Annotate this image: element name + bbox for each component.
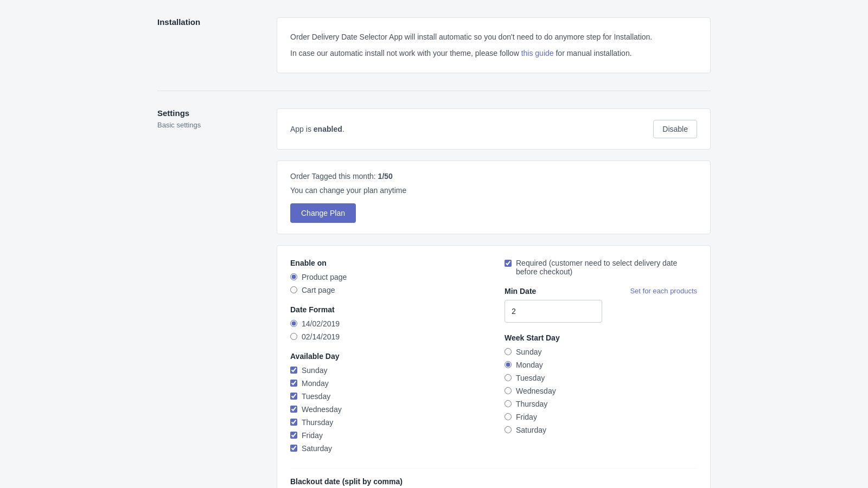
thursday-label: Thursday bbox=[302, 418, 333, 427]
week-friday-item[interactable]: Friday bbox=[505, 413, 697, 421]
friday-checkbox-item[interactable]: Friday bbox=[290, 431, 483, 440]
settings-cards-column: App is enabled. Disable Order Tagged thi… bbox=[277, 108, 711, 488]
disable-button[interactable]: Disable bbox=[653, 120, 697, 138]
date-format-label: Date Format bbox=[290, 305, 483, 314]
app-status-suffix: . bbox=[342, 125, 344, 133]
saturday-checkbox[interactable] bbox=[290, 445, 297, 452]
week-friday-radio[interactable] bbox=[505, 413, 512, 420]
wednesday-checkbox-item[interactable]: Wednesday bbox=[290, 405, 483, 414]
tuesday-checkbox[interactable] bbox=[290, 393, 297, 400]
cart-page-radio-item[interactable]: Cart page bbox=[290, 286, 483, 294]
settings-header-row: Settings Basic settings App is enabled. … bbox=[157, 108, 711, 488]
enable-on-group: Enable on Product page Cart page bbox=[290, 259, 483, 294]
week-sunday-item[interactable]: Sunday bbox=[505, 348, 697, 356]
min-date-label: Min Date bbox=[505, 287, 536, 296]
week-saturday-label: Saturday bbox=[516, 426, 546, 434]
installation-text-suffix: for manual installation. bbox=[554, 49, 632, 57]
installation-card-inner: Order Delivery Date Selector App will in… bbox=[277, 17, 711, 73]
change-plan-button[interactable]: Change Plan bbox=[290, 203, 356, 223]
sunday-checkbox-item[interactable]: Sunday bbox=[290, 366, 483, 375]
product-page-radio[interactable] bbox=[290, 273, 297, 280]
tuesday-checkbox-item[interactable]: Tuesday bbox=[290, 392, 483, 401]
sunday-checkbox[interactable] bbox=[290, 367, 297, 374]
cart-page-radio[interactable] bbox=[290, 286, 297, 293]
options-grid: Enable on Product page Cart page bbox=[290, 259, 697, 464]
basic-settings-link[interactable]: Basic settings bbox=[157, 121, 259, 129]
week-sunday-radio[interactable] bbox=[505, 348, 512, 355]
week-monday-label: Monday bbox=[516, 361, 543, 369]
installation-text-2: In case our automatic install not work w… bbox=[290, 47, 697, 59]
week-monday-radio[interactable] bbox=[505, 361, 512, 368]
monday-checkbox[interactable] bbox=[290, 380, 297, 387]
date-format-2-radio[interactable] bbox=[290, 333, 297, 340]
friday-checkbox[interactable] bbox=[290, 432, 297, 439]
required-checkbox[interactable] bbox=[505, 260, 512, 267]
blackout-date-label: Blackout date (split by comma) bbox=[290, 477, 697, 486]
required-checkbox-item[interactable]: Required (customer need to select delive… bbox=[505, 259, 697, 276]
date-format-1-item[interactable]: 14/02/2019 bbox=[290, 319, 483, 328]
installation-text-prefix: In case our automatic install not work w… bbox=[290, 49, 521, 57]
week-start-day-group: Week Start Day Sunday Monday bbox=[505, 333, 697, 434]
installation-text-1: Order Delivery Date Selector App will in… bbox=[290, 31, 697, 43]
week-friday-label: Friday bbox=[516, 413, 537, 421]
saturday-label: Saturday bbox=[302, 444, 332, 453]
week-monday-item[interactable]: Monday bbox=[505, 361, 697, 369]
week-wednesday-item[interactable]: Wednesday bbox=[505, 387, 697, 395]
app-status-text: App is enabled. bbox=[290, 125, 344, 133]
week-tuesday-radio[interactable] bbox=[505, 374, 512, 381]
week-sunday-label: Sunday bbox=[516, 348, 541, 356]
plan-change-text: You can change your plan anytime bbox=[290, 186, 697, 195]
installation-label-area: Installation bbox=[157, 17, 277, 30]
order-tagged-text: Order Tagged this month: 1/50 bbox=[290, 172, 697, 181]
settings-title: Settings bbox=[157, 108, 259, 118]
week-tuesday-label: Tuesday bbox=[516, 374, 545, 382]
date-format-1-radio[interactable] bbox=[290, 320, 297, 327]
min-date-group: Min Date Set for each products ▲ ▼ bbox=[505, 287, 697, 323]
date-format-2-item[interactable]: 02/14/2019 bbox=[290, 332, 483, 341]
friday-label: Friday bbox=[302, 431, 323, 440]
required-group: Required (customer need to select delive… bbox=[505, 259, 697, 276]
product-page-label: Product page bbox=[302, 273, 347, 281]
week-thursday-radio[interactable] bbox=[505, 400, 512, 407]
app-status-value: enabled bbox=[314, 125, 342, 133]
product-page-radio-item[interactable]: Product page bbox=[290, 273, 483, 281]
saturday-checkbox-item[interactable]: Saturday bbox=[290, 444, 483, 453]
options-left-column: Enable on Product page Cart page bbox=[290, 259, 483, 464]
min-date-input[interactable] bbox=[505, 303, 602, 320]
thursday-checkbox[interactable] bbox=[290, 419, 297, 426]
min-date-header: Min Date Set for each products bbox=[505, 287, 697, 296]
installation-title: Installation bbox=[157, 17, 259, 27]
date-format-2-label: 02/14/2019 bbox=[302, 332, 340, 341]
order-tagged-prefix: Order Tagged this month: bbox=[290, 172, 378, 181]
week-wednesday-radio[interactable] bbox=[505, 387, 512, 394]
enable-on-label: Enable on bbox=[290, 259, 483, 267]
week-start-day-label: Week Start Day bbox=[505, 333, 697, 342]
settings-section: Settings Basic settings App is enabled. … bbox=[157, 91, 711, 488]
monday-label: Monday bbox=[302, 379, 329, 388]
app-status-card: App is enabled. Disable bbox=[277, 108, 711, 150]
week-wednesday-label: Wednesday bbox=[516, 387, 556, 395]
week-thursday-item[interactable]: Thursday bbox=[505, 400, 697, 408]
app-status-prefix: App is bbox=[290, 125, 314, 133]
wednesday-checkbox[interactable] bbox=[290, 406, 297, 413]
monday-checkbox-item[interactable]: Monday bbox=[290, 379, 483, 388]
date-format-1-label: 14/02/2019 bbox=[302, 319, 340, 328]
week-saturday-radio[interactable] bbox=[505, 426, 512, 433]
tuesday-label: Tuesday bbox=[302, 392, 330, 401]
order-tagged-value: 1/50 bbox=[378, 172, 393, 181]
week-saturday-item[interactable]: Saturday bbox=[505, 426, 697, 434]
available-day-label: Available Day bbox=[290, 352, 483, 361]
settings-cards: App is enabled. Disable Order Tagged thi… bbox=[277, 108, 711, 488]
date-format-group: Date Format 14/02/2019 02/14/2019 bbox=[290, 305, 483, 341]
available-day-group: Available Day Sunday Monday bbox=[290, 352, 483, 453]
wednesday-label: Wednesday bbox=[302, 405, 342, 414]
installation-guide-link[interactable]: this guide bbox=[521, 49, 554, 57]
min-date-input-wrapper: ▲ ▼ bbox=[505, 300, 602, 323]
plan-card: Order Tagged this month: 1/50 You can ch… bbox=[277, 160, 711, 234]
thursday-checkbox-item[interactable]: Thursday bbox=[290, 418, 483, 427]
set-for-each-link[interactable]: Set for each products bbox=[630, 287, 697, 295]
options-right-column: Required (customer need to select delive… bbox=[505, 259, 697, 464]
sunday-label: Sunday bbox=[302, 366, 327, 375]
week-tuesday-item[interactable]: Tuesday bbox=[505, 374, 697, 382]
week-thursday-label: Thursday bbox=[516, 400, 547, 408]
